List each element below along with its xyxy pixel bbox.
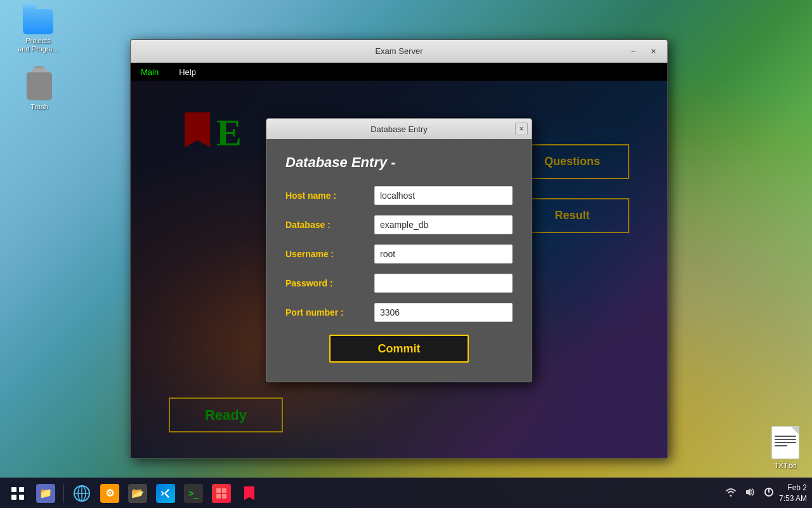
taskbar-bookmark-icon[interactable] <box>237 481 262 506</box>
volume-icon[interactable] <box>745 487 756 500</box>
port-row: Port number : <box>285 303 513 322</box>
modal-heading: Database Entry - <box>285 154 513 171</box>
txt-file-label: TXT.txt <box>775 462 796 470</box>
modal-title-bar: Database Entry × <box>266 119 532 139</box>
database-row: Database : <box>285 215 513 234</box>
svg-rect-8 <box>216 488 221 493</box>
taskbar-vscode-icon[interactable] <box>153 481 178 506</box>
system-clock[interactable]: Feb 2 7:53 AM <box>779 483 807 504</box>
svg-rect-2 <box>11 495 16 500</box>
red-square-icon <box>212 484 231 503</box>
database-entry-dialog: Database Entry × Database Entry - Host n… <box>266 118 532 382</box>
svg-rect-9 <box>222 488 226 493</box>
username-input[interactable] <box>374 244 513 264</box>
wifi-icon[interactable] <box>724 487 737 500</box>
hostname-label: Host name : <box>285 190 374 201</box>
desktop-icon-txt[interactable]: TXT.txt <box>771 426 799 470</box>
bookmark-red-icon <box>244 486 254 500</box>
svg-rect-0 <box>11 487 16 492</box>
terminal-icon: >_ <box>184 484 203 503</box>
svg-rect-1 <box>19 487 24 492</box>
taskbar-files-icon[interactable]: 📁 <box>33 481 58 506</box>
trash-icon <box>27 72 52 100</box>
taskbar-cmd-icon[interactable]: >_ <box>181 481 206 506</box>
commit-button[interactable]: Commit <box>329 335 469 363</box>
desktop: Projectsand Progra... Trash TXT.txt Exam… <box>0 0 812 508</box>
taskbar-terminal-icon[interactable]: 📂 <box>125 481 150 506</box>
modal-close-button[interactable]: × <box>515 123 528 135</box>
menu-help[interactable]: Help <box>174 66 201 78</box>
tray-icons <box>724 487 774 500</box>
username-label: Username : <box>285 249 374 259</box>
modal-overlay: Database Entry × Database Entry - Host n… <box>131 81 667 458</box>
power-icon[interactable] <box>764 487 774 500</box>
taskbar-separator-1 <box>63 484 64 503</box>
window-controls: − ✕ <box>624 44 662 59</box>
desktop-icon-trash[interactable]: Trash <box>14 70 65 114</box>
app-content: E Questions Result Ready Database Entry … <box>131 81 667 458</box>
taskbar-settings-icon[interactable]: ⚙ <box>97 481 122 506</box>
close-button[interactable]: ✕ <box>645 44 662 59</box>
database-input[interactable] <box>374 215 513 234</box>
password-label: Password : <box>285 278 374 288</box>
svg-rect-10 <box>216 494 221 498</box>
modal-body: Database Entry - Host name : Database : <box>266 139 532 382</box>
taskbar-globe-icon[interactable] <box>69 481 95 506</box>
trash-label: Trash <box>30 103 48 111</box>
tray-time: 7:53 AM <box>779 493 807 504</box>
password-row: Password : <box>285 274 513 293</box>
taskbar: 📁 ⚙ 📂 >_ <box>0 478 812 508</box>
files2-icon: 📂 <box>128 484 147 503</box>
system-tray: Feb 2 7:53 AM <box>724 483 807 504</box>
app-window: Exam Server − ✕ Main Help E Questions Re… <box>130 39 668 458</box>
desktop-icon-label: Projectsand Progra... <box>18 37 58 53</box>
username-row: Username : <box>285 244 513 264</box>
svg-rect-11 <box>222 494 226 498</box>
minimize-button[interactable]: − <box>624 44 642 59</box>
hostname-row: Host name : <box>285 186 513 205</box>
desktop-icon-projects[interactable]: Projectsand Progra... <box>13 6 63 56</box>
database-label: Database : <box>285 220 374 230</box>
taskbar-app1-icon[interactable] <box>209 481 234 506</box>
svg-rect-3 <box>19 495 24 500</box>
settings-yellow-icon: ⚙ <box>100 484 119 503</box>
tray-date: Feb 2 <box>779 483 807 493</box>
port-label: Port number : <box>285 307 374 318</box>
window-title: Exam Server <box>375 46 422 56</box>
modal-title: Database Entry <box>370 124 428 134</box>
hostname-input[interactable] <box>374 186 513 205</box>
txt-file-icon <box>771 426 799 459</box>
files-icon: 📁 <box>36 484 55 503</box>
taskbar-apps-button[interactable] <box>5 481 30 506</box>
menu-bar: Main Help <box>131 63 667 81</box>
password-input[interactable] <box>374 274 513 293</box>
port-input[interactable] <box>374 303 513 322</box>
folder-icon <box>23 9 53 34</box>
vscode-icon <box>156 484 175 503</box>
title-bar: Exam Server − ✕ <box>131 40 667 63</box>
menu-main[interactable]: Main <box>136 66 164 78</box>
